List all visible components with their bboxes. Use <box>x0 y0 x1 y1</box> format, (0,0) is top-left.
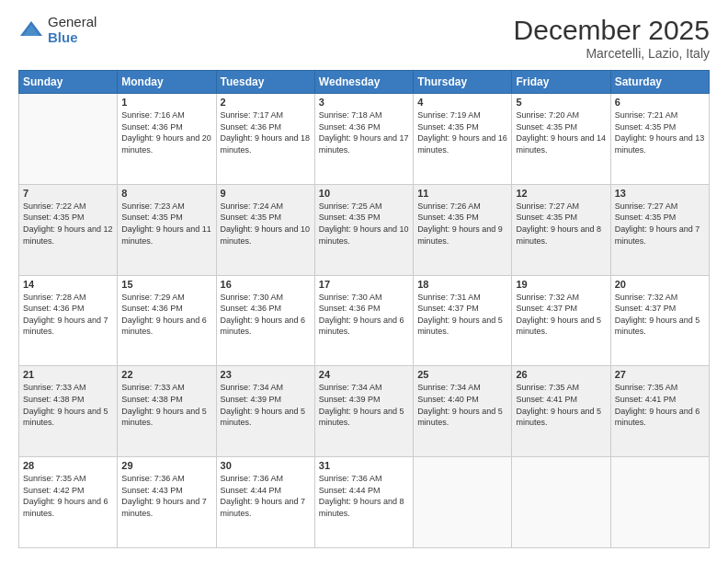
day-number: 8 <box>121 188 211 199</box>
calendar-day-cell: 13Sunrise: 7:27 AMSunset: 4:35 PMDayligh… <box>610 184 709 275</box>
day-number: 4 <box>417 97 507 108</box>
day-info: Sunrise: 7:30 AMSunset: 4:36 PMDaylight:… <box>319 292 409 338</box>
day-number: 10 <box>319 188 409 199</box>
calendar-week-row: 14Sunrise: 7:28 AMSunset: 4:36 PMDayligh… <box>19 275 710 366</box>
calendar-day-cell: 5Sunrise: 7:20 AMSunset: 4:35 PMDaylight… <box>512 94 610 185</box>
day-number: 18 <box>417 279 507 290</box>
day-number: 9 <box>221 188 311 199</box>
day-info: Sunrise: 7:20 AMSunset: 4:35 PMDaylight:… <box>516 109 606 155</box>
calendar-day-cell: 17Sunrise: 7:30 AMSunset: 4:36 PMDayligh… <box>314 275 413 366</box>
day-number: 25 <box>417 369 507 380</box>
day-number: 22 <box>121 369 211 380</box>
day-info: Sunrise: 7:28 AMSunset: 4:36 PMDaylight:… <box>23 292 113 338</box>
day-info: Sunrise: 7:35 AMSunset: 4:41 PMDaylight:… <box>516 382 606 428</box>
day-info: Sunrise: 7:22 AMSunset: 4:35 PMDaylight:… <box>23 201 113 247</box>
day-info: Sunrise: 7:32 AMSunset: 4:37 PMDaylight:… <box>516 292 606 338</box>
day-number: 15 <box>121 279 211 290</box>
day-info: Sunrise: 7:23 AMSunset: 4:35 PMDaylight:… <box>121 201 211 247</box>
calendar-day-cell: 3Sunrise: 7:18 AMSunset: 4:36 PMDaylight… <box>314 94 413 185</box>
logo-blue-label: Blue <box>48 30 97 46</box>
day-info: Sunrise: 7:31 AMSunset: 4:37 PMDaylight:… <box>417 292 507 338</box>
day-number: 3 <box>319 97 409 108</box>
calendar-day-cell: 9Sunrise: 7:24 AMSunset: 4:35 PMDaylight… <box>216 184 314 275</box>
day-number: 11 <box>417 188 507 199</box>
day-number: 17 <box>319 279 409 290</box>
calendar-day-cell: 27Sunrise: 7:35 AMSunset: 4:41 PMDayligh… <box>610 366 709 457</box>
calendar-day-cell: 28Sunrise: 7:35 AMSunset: 4:42 PMDayligh… <box>19 457 118 548</box>
day-info: Sunrise: 7:30 AMSunset: 4:36 PMDaylight:… <box>221 292 311 338</box>
calendar-day-cell: 2Sunrise: 7:17 AMSunset: 4:36 PMDaylight… <box>216 94 314 185</box>
calendar-table: SundayMondayTuesdayWednesdayThursdayFrid… <box>18 70 710 548</box>
day-info: Sunrise: 7:33 AMSunset: 4:38 PMDaylight:… <box>23 382 113 428</box>
calendar-day-cell: 24Sunrise: 7:34 AMSunset: 4:39 PMDayligh… <box>314 366 413 457</box>
calendar-header-cell: Friday <box>512 71 610 94</box>
calendar-day-cell: 15Sunrise: 7:29 AMSunset: 4:36 PMDayligh… <box>118 275 216 366</box>
day-info: Sunrise: 7:36 AMSunset: 4:43 PMDaylight:… <box>121 473 211 519</box>
calendar-header-cell: Saturday <box>610 71 709 94</box>
day-info: Sunrise: 7:17 AMSunset: 4:36 PMDaylight:… <box>221 109 311 155</box>
calendar-day-cell <box>414 457 512 548</box>
logo-icon <box>18 17 44 43</box>
calendar-day-cell: 12Sunrise: 7:27 AMSunset: 4:35 PMDayligh… <box>512 184 610 275</box>
calendar-week-row: 7Sunrise: 7:22 AMSunset: 4:35 PMDaylight… <box>19 184 710 275</box>
day-info: Sunrise: 7:33 AMSunset: 4:38 PMDaylight:… <box>121 382 211 428</box>
day-info: Sunrise: 7:34 AMSunset: 4:39 PMDaylight:… <box>221 382 311 428</box>
calendar-header-row: SundayMondayTuesdayWednesdayThursdayFrid… <box>19 71 710 94</box>
day-number: 1 <box>121 97 211 108</box>
day-info: Sunrise: 7:36 AMSunset: 4:44 PMDaylight:… <box>319 473 409 519</box>
day-info: Sunrise: 7:26 AMSunset: 4:35 PMDaylight:… <box>417 201 507 247</box>
calendar-header-cell: Tuesday <box>216 71 314 94</box>
calendar-day-cell: 26Sunrise: 7:35 AMSunset: 4:41 PMDayligh… <box>512 366 610 457</box>
page: General Blue December 2025 Marcetelli, L… <box>0 0 728 563</box>
day-number: 27 <box>615 369 705 380</box>
day-number: 19 <box>516 279 606 290</box>
calendar-day-cell <box>19 94 118 185</box>
calendar-day-cell: 7Sunrise: 7:22 AMSunset: 4:35 PMDaylight… <box>19 184 118 275</box>
day-number: 26 <box>516 369 606 380</box>
day-info: Sunrise: 7:35 AMSunset: 4:41 PMDaylight:… <box>615 382 705 428</box>
calendar-day-cell: 8Sunrise: 7:23 AMSunset: 4:35 PMDaylight… <box>118 184 216 275</box>
day-number: 5 <box>516 97 606 108</box>
day-info: Sunrise: 7:34 AMSunset: 4:40 PMDaylight:… <box>417 382 507 428</box>
calendar-day-cell: 31Sunrise: 7:36 AMSunset: 4:44 PMDayligh… <box>314 457 413 548</box>
day-number: 20 <box>615 279 705 290</box>
calendar-day-cell <box>512 457 610 548</box>
day-info: Sunrise: 7:34 AMSunset: 4:39 PMDaylight:… <box>319 382 409 428</box>
day-number: 29 <box>121 460 211 471</box>
day-info: Sunrise: 7:27 AMSunset: 4:35 PMDaylight:… <box>516 201 606 247</box>
calendar-header-cell: Sunday <box>19 71 118 94</box>
calendar-day-cell: 6Sunrise: 7:21 AMSunset: 4:35 PMDaylight… <box>610 94 709 185</box>
calendar-header-cell: Monday <box>118 71 216 94</box>
logo-text: General Blue <box>48 15 97 45</box>
logo: General Blue <box>18 15 97 45</box>
day-number: 31 <box>319 460 409 471</box>
calendar-week-row: 28Sunrise: 7:35 AMSunset: 4:42 PMDayligh… <box>19 457 710 548</box>
calendar-week-row: 1Sunrise: 7:16 AMSunset: 4:36 PMDaylight… <box>19 94 710 185</box>
day-info: Sunrise: 7:19 AMSunset: 4:35 PMDaylight:… <box>417 109 507 155</box>
day-number: 16 <box>221 279 311 290</box>
calendar-day-cell: 16Sunrise: 7:30 AMSunset: 4:36 PMDayligh… <box>216 275 314 366</box>
calendar-header-cell: Wednesday <box>314 71 413 94</box>
calendar-day-cell: 30Sunrise: 7:36 AMSunset: 4:44 PMDayligh… <box>216 457 314 548</box>
calendar-day-cell: 20Sunrise: 7:32 AMSunset: 4:37 PMDayligh… <box>610 275 709 366</box>
day-info: Sunrise: 7:16 AMSunset: 4:36 PMDaylight:… <box>121 109 211 155</box>
calendar-day-cell: 21Sunrise: 7:33 AMSunset: 4:38 PMDayligh… <box>19 366 118 457</box>
day-info: Sunrise: 7:32 AMSunset: 4:37 PMDaylight:… <box>615 292 705 338</box>
calendar-day-cell: 29Sunrise: 7:36 AMSunset: 4:43 PMDayligh… <box>118 457 216 548</box>
logo-general-label: General <box>48 15 97 30</box>
day-number: 7 <box>23 188 113 199</box>
day-number: 23 <box>221 369 311 380</box>
calendar-day-cell: 11Sunrise: 7:26 AMSunset: 4:35 PMDayligh… <box>414 184 512 275</box>
month-title: December 2025 <box>514 15 710 46</box>
day-info: Sunrise: 7:24 AMSunset: 4:35 PMDaylight:… <box>221 201 311 247</box>
day-info: Sunrise: 7:25 AMSunset: 4:35 PMDaylight:… <box>319 201 409 247</box>
day-info: Sunrise: 7:18 AMSunset: 4:36 PMDaylight:… <box>319 109 409 155</box>
day-number: 28 <box>23 460 113 471</box>
calendar-day-cell: 22Sunrise: 7:33 AMSunset: 4:38 PMDayligh… <box>118 366 216 457</box>
calendar-day-cell <box>610 457 709 548</box>
day-number: 13 <box>615 188 705 199</box>
day-number: 30 <box>221 460 311 471</box>
day-number: 6 <box>615 97 705 108</box>
calendar-day-cell: 4Sunrise: 7:19 AMSunset: 4:35 PMDaylight… <box>414 94 512 185</box>
calendar-day-cell: 1Sunrise: 7:16 AMSunset: 4:36 PMDaylight… <box>118 94 216 185</box>
